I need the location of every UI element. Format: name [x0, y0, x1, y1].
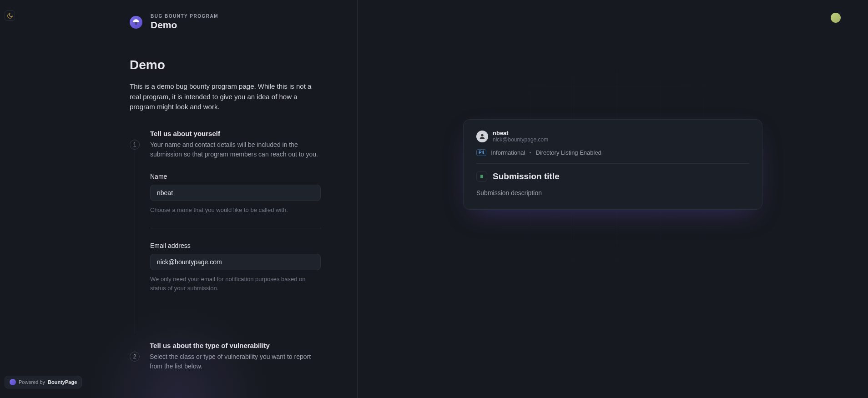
- priority-label: Informational: [491, 149, 525, 156]
- program-logo-icon: [130, 16, 142, 29]
- name-input[interactable]: [150, 185, 321, 201]
- powered-by-link[interactable]: Powered by BountyPage: [5, 376, 82, 388]
- preview-panel: nbeat nick@bountypage.com P4 Information…: [358, 0, 868, 398]
- page-title: Demo: [130, 58, 321, 72]
- preview-title: Submission title: [493, 171, 560, 181]
- preview-avatar-icon: [476, 131, 488, 142]
- step-2-description: Select the class or type of vulnerabilit…: [150, 352, 321, 371]
- email-help-text: We only need your email for notification…: [150, 275, 321, 292]
- form-panel: BUG BOUNTY PROGRAM Demo Demo This is a d…: [0, 0, 358, 398]
- name-help-text: Choose a name that you would like to be …: [150, 206, 321, 215]
- priority-badge: P4: [476, 149, 486, 156]
- preview-description: Submission description: [476, 189, 749, 196]
- email-field-group: Email address We only need your email fo…: [150, 242, 321, 292]
- powered-by-prefix: Powered by: [19, 379, 45, 385]
- svg-point-1: [481, 134, 483, 136]
- page-description: This is a demo bug bounty program page. …: [130, 81, 321, 112]
- preview-user-email: nick@bountypage.com: [493, 136, 548, 143]
- document-icon: [476, 171, 487, 182]
- preview-header: nbeat nick@bountypage.com: [476, 130, 749, 143]
- step-1-title: Tell us about yourself: [150, 130, 321, 137]
- program-header: BUG BOUNTY PROGRAM Demo: [130, 14, 321, 30]
- field-divider: [150, 228, 321, 228]
- name-field-group: Name Choose a name that you would like t…: [150, 173, 321, 215]
- step-1-description: Your name and contact details will be in…: [150, 140, 321, 159]
- preview-divider: [476, 163, 749, 164]
- preview-meta-row: P4 Informational Directory Listing Enabl…: [476, 149, 749, 156]
- step-2: 2 Tell us about the type of vulnerabilit…: [130, 352, 321, 385]
- name-label: Name: [150, 173, 321, 180]
- svg-rect-2: [480, 175, 483, 178]
- svg-rect-0: [136, 22, 137, 25]
- email-input[interactable]: [150, 254, 321, 270]
- submission-preview-card: nbeat nick@bountypage.com P4 Information…: [463, 119, 762, 210]
- bountypage-logo-icon: [10, 379, 16, 385]
- user-avatar-button[interactable]: [831, 13, 841, 23]
- step-2-title: Tell us about the type of vulnerability: [150, 342, 321, 349]
- preview-user-name: nbeat: [493, 130, 548, 136]
- program-title: Demo: [151, 20, 218, 30]
- program-eyebrow: BUG BOUNTY PROGRAM: [151, 14, 218, 19]
- email-label: Email address: [150, 242, 321, 249]
- preview-title-row: Submission title: [476, 171, 749, 182]
- powered-by-brand: BountyPage: [48, 379, 77, 385]
- step-1: 1 Tell us about yourself Your name and c…: [130, 140, 321, 334]
- separator-dot: [530, 152, 531, 153]
- listing-status: Directory Listing Enabled: [535, 149, 601, 156]
